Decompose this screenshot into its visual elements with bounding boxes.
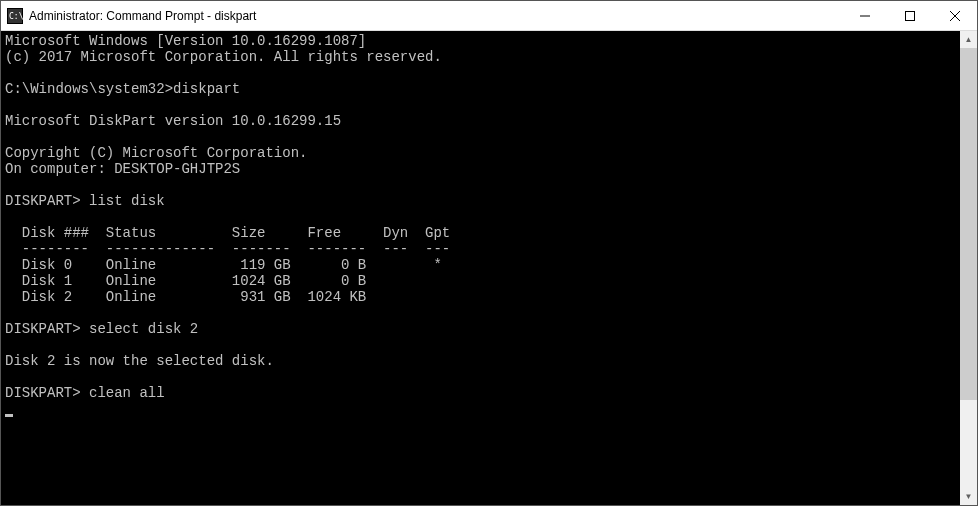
prompt-line: DISKPART> list disk — [5, 193, 165, 209]
output-line: (c) 2017 Microsoft Corporation. All righ… — [5, 49, 442, 65]
svg-rect-4 — [905, 12, 914, 21]
command-prompt-window: C:\ Administrator: Command Prompt - disk… — [0, 0, 978, 506]
window-title: Administrator: Command Prompt - diskpart — [29, 9, 842, 23]
vertical-scrollbar[interactable]: ▲ ▼ — [960, 31, 977, 505]
prompt-line: DISKPART> select disk 2 — [5, 321, 198, 337]
scroll-thumb[interactable] — [960, 48, 977, 400]
terminal-output[interactable]: Microsoft Windows [Version 10.0.16299.10… — [1, 31, 960, 505]
table-row: Disk 1 Online 1024 GB 0 B — [5, 273, 366, 289]
scroll-up-arrow[interactable]: ▲ — [960, 31, 977, 48]
scroll-down-arrow[interactable]: ▼ — [960, 488, 977, 505]
scroll-track[interactable] — [960, 48, 977, 488]
minimize-button[interactable] — [842, 1, 887, 31]
output-line: Copyright (C) Microsoft Corporation. — [5, 145, 307, 161]
table-row: Disk 0 Online 119 GB 0 B * — [5, 257, 442, 273]
output-line: Microsoft DiskPart version 10.0.16299.15 — [5, 113, 341, 129]
close-button[interactable] — [932, 1, 977, 31]
prompt-line: DISKPART> clean all — [5, 385, 165, 401]
table-row: Disk 2 Online 931 GB 1024 KB — [5, 289, 366, 305]
titlebar[interactable]: C:\ Administrator: Command Prompt - disk… — [1, 1, 977, 31]
output-line: Disk 2 is now the selected disk. — [5, 353, 274, 369]
terminal-area: Microsoft Windows [Version 10.0.16299.10… — [1, 31, 977, 505]
window-controls — [842, 1, 977, 30]
table-header: Disk ### Status Size Free Dyn Gpt — [5, 225, 450, 241]
maximize-button[interactable] — [887, 1, 932, 31]
cursor — [5, 414, 13, 417]
cmd-icon: C:\ — [7, 8, 23, 24]
output-line: Microsoft Windows [Version 10.0.16299.10… — [5, 33, 366, 49]
table-separator: -------- ------------- ------- ------- -… — [5, 241, 450, 257]
output-line: On computer: DESKTOP-GHJTP2S — [5, 161, 240, 177]
svg-text:C:\: C:\ — [9, 12, 23, 21]
prompt-line: C:\Windows\system32>diskpart — [5, 81, 240, 97]
